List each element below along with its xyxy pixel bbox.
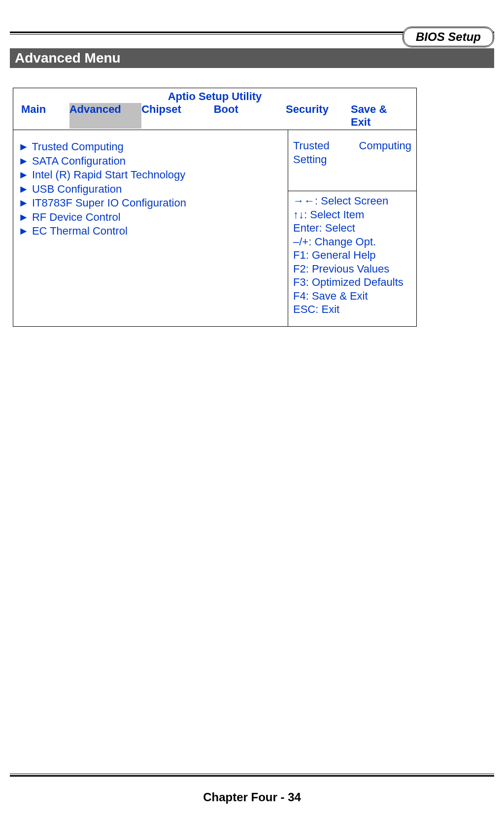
header-badge: BIOS Setup (403, 27, 494, 47)
menu-item-sata-configuration[interactable]: ► SATA Configuration (18, 154, 288, 168)
menu-item-label: Intel (R) Rapid Start Technology (32, 169, 185, 181)
nav-help-line: –/+: Change Opt. (293, 235, 411, 249)
bios-panel-body: ► Trusted Computing ► SATA Configuration… (13, 130, 416, 326)
tab-security[interactable]: Security (286, 103, 351, 129)
footer-text: Chapter Four - 34 (10, 790, 494, 804)
menu-item-intel-rapid-start[interactable]: ► Intel (R) Rapid Start Technology (18, 168, 288, 182)
tab-boot[interactable]: Boot (214, 103, 286, 129)
bios-tabs: Main Advanced Chipset Boot Security Save… (13, 103, 416, 130)
menu-item-label: Trusted Computing (32, 140, 124, 153)
bios-setup-panel: Aptio Setup Utility Main Advanced Chipse… (13, 88, 417, 327)
section-title: Advanced Menu (10, 48, 494, 68)
bios-panel-header: Aptio Setup Utility Main Advanced Chipse… (13, 88, 416, 130)
menu-item-usb-configuration[interactable]: ► USB Configuration (18, 182, 288, 196)
menu-item-label: USB Configuration (32, 183, 122, 195)
nav-help-line: F2: Previous Values (293, 262, 411, 276)
menu-arrow-icon: ► (18, 169, 29, 181)
nav-help-line: ↑↓: Select Item (293, 208, 411, 222)
menu-item-trusted-computing[interactable]: ► Trusted Computing (18, 140, 288, 154)
menu-item-label: EC Thermal Control (32, 225, 128, 237)
page-footer: Chapter Four - 34 (10, 774, 494, 804)
nav-help-list: →←: Select Screen ↑↓: Select Item Enter:… (288, 191, 416, 326)
menu-arrow-icon: ► (18, 211, 29, 223)
bios-menu-list: ► Trusted Computing ► SATA Configuration… (13, 130, 288, 326)
nav-help-line: →←: Select Screen (293, 194, 411, 208)
tab-main[interactable]: Main (21, 103, 69, 129)
utility-title: Aptio Setup Utility (13, 88, 416, 103)
nav-help-line: F3: Optimized Defaults (293, 275, 411, 289)
bios-right-column: Trusted Computing Setting →←: Select Scr… (288, 130, 416, 326)
menu-arrow-icon: ► (18, 155, 29, 167)
menu-arrow-icon: ► (18, 225, 29, 237)
nav-help-line: F4: Save & Exit (293, 289, 411, 303)
tab-advanced[interactable]: Advanced (69, 103, 141, 129)
tab-chipset[interactable]: Chipset (141, 103, 213, 129)
item-help-description: Trusted Computing Setting (288, 130, 416, 191)
menu-arrow-icon: ► (18, 197, 29, 209)
footer-rule (10, 774, 494, 777)
nav-help-line: ESC: Exit (293, 303, 411, 316)
menu-item-super-io-config[interactable]: ► IT8783F Super IO Configuration (18, 196, 288, 210)
menu-item-label: IT8783F Super IO Configuration (32, 197, 186, 209)
menu-item-label: SATA Configuration (32, 155, 126, 167)
nav-help-line: F1: General Help (293, 248, 411, 262)
tab-save-exit[interactable]: Save & Exit (351, 103, 408, 129)
menu-item-ec-thermal-control[interactable]: ► EC Thermal Control (18, 224, 288, 238)
nav-help-line: Enter: Select (293, 221, 411, 235)
page-header: BIOS Setup (10, 32, 494, 34)
menu-item-rf-device-control[interactable]: ► RF Device Control (18, 210, 288, 224)
menu-item-label: RF Device Control (32, 211, 121, 223)
menu-arrow-icon: ► (18, 140, 29, 153)
menu-arrow-icon: ► (18, 183, 29, 195)
